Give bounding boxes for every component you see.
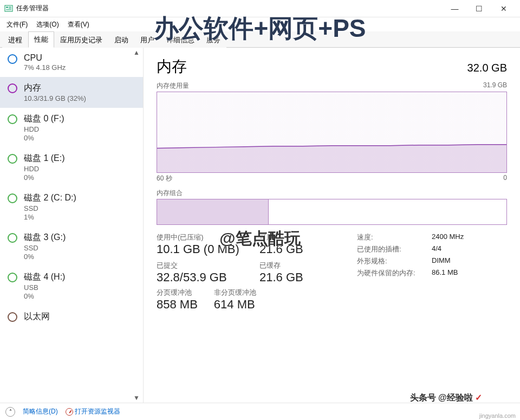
menu-options[interactable]: 选项(O) xyxy=(33,19,62,30)
svg-rect-4 xyxy=(6,9,11,10)
sidebar-item-cpu[interactable]: CPU 7% 4.18 GHz xyxy=(0,48,143,77)
sidebar-mem-title: 内存 xyxy=(24,82,135,94)
sidebar-eth-title: 以太网 xyxy=(24,311,135,322)
stat-paged-value: 858 MB xyxy=(157,298,198,312)
sidebar-item-ethernet[interactable]: 以太网 xyxy=(0,306,143,328)
sidebar-disk0-pct: 0% xyxy=(24,134,135,142)
stat-commit-label: 已提交 xyxy=(157,261,259,270)
speed-label: 速度: xyxy=(357,232,422,242)
stat-avail-value: 21.6 GB xyxy=(259,242,341,256)
gauge-icon xyxy=(66,408,73,416)
disk-icon xyxy=(8,273,17,282)
memory-icon xyxy=(8,83,17,93)
axis-right: 0 xyxy=(503,174,507,183)
stat-cached-value: 21.6 GB xyxy=(259,270,341,285)
stat-cached: 已缓存 21.6 GB xyxy=(259,261,341,285)
axis-left: 60 秒 xyxy=(157,174,172,183)
stat-paged: 分页缓冲池 858 MB xyxy=(157,288,198,312)
content: ▲ CPU 7% 4.18 GHz 内存 10.3/31.9 GB (32%) … xyxy=(0,48,520,403)
minimize-button[interactable]: ― xyxy=(443,1,467,17)
sidebar-disk3-type: SSD xyxy=(24,244,135,252)
memory-total: 32.0 GB xyxy=(467,62,507,74)
form-value: DIMM xyxy=(432,256,451,266)
sidebar-disk1-pct: 0% xyxy=(24,173,135,182)
tab-services[interactable]: 服务 xyxy=(200,32,226,48)
sidebar-disk3-pct: 0% xyxy=(24,253,135,261)
sidebar-disk2-title: 磁盘 2 (C: D:) xyxy=(24,192,135,204)
ethernet-icon xyxy=(8,312,17,322)
sidebar-item-disk4[interactable]: 磁盘 4 (H:) USB 0% xyxy=(0,266,143,306)
stat-available: 可用 21.6 GB xyxy=(259,232,341,256)
sidebar-disk3-title: 磁盘 3 (G:) xyxy=(24,232,135,243)
maximize-button[interactable]: ☐ xyxy=(467,1,491,17)
sidebar-disk2-type: SSD xyxy=(24,204,135,212)
sidebar-disk1-title: 磁盘 1 (E:) xyxy=(24,153,135,164)
svg-rect-2 xyxy=(9,7,11,8)
sidebar-disk0-title: 磁盘 0 (F:) xyxy=(24,113,135,125)
svg-rect-3 xyxy=(9,8,11,9)
chevron-up-icon[interactable]: ˄ xyxy=(5,407,15,417)
stat-nonpaged: 非分页缓冲池 614 MB xyxy=(214,288,256,312)
speed-value: 2400 MHz xyxy=(432,232,464,242)
stat-paged-label: 分页缓冲池 xyxy=(157,288,198,298)
slots-value: 4/4 xyxy=(432,244,441,254)
tab-app-history[interactable]: 应用历史记录 xyxy=(54,32,108,48)
menubar: 文件(F) 选项(O) 查看(V) xyxy=(0,17,520,31)
tab-details[interactable]: 详细信息 xyxy=(160,32,200,48)
stats-right: 速度:2400 MHz 已使用的插槽:4/4 外形规格:DIMM 为硬件保留的内… xyxy=(357,232,464,285)
disk-icon xyxy=(8,154,17,164)
statusbar: ˄ 简略信息(D) 打开资源监视器 xyxy=(0,403,520,420)
sidebar-disk0-type: HDD xyxy=(24,125,135,133)
hwres-value: 86.1 MB xyxy=(432,268,458,278)
cpu-icon xyxy=(8,54,17,64)
tab-startup[interactable]: 启动 xyxy=(108,32,134,48)
sidebar-cpu-title: CPU xyxy=(24,53,135,63)
stat-in-use-value: 10.1 GB (0 MB) xyxy=(157,242,259,256)
sidebar-item-memory[interactable]: 内存 10.3/31.9 GB (32%) xyxy=(0,77,143,108)
sidebar-disk4-type: USB xyxy=(24,283,135,292)
tab-users[interactable]: 用户 xyxy=(134,32,160,48)
slots-label: 已使用的插槽: xyxy=(357,244,422,254)
svg-rect-1 xyxy=(6,7,8,8)
main-panel: 内存 32.0 GB 内存使用量 31.9 GB 60 秒 0 内存组合 使用中… xyxy=(144,48,520,403)
memory-usage-graph[interactable] xyxy=(157,92,507,173)
sidebar-cpu-sub: 7% 4.18 GHz xyxy=(24,63,135,72)
usage-max: 31.9 GB xyxy=(483,81,507,91)
page-title: 内存 xyxy=(157,56,187,77)
sidebar-disk4-pct: 0% xyxy=(24,292,135,300)
sidebar-item-disk0[interactable]: 磁盘 0 (F:) HDD 0% xyxy=(0,108,143,147)
sidebar-disk1-type: HDD xyxy=(24,165,135,173)
tab-performance[interactable]: 性能 xyxy=(28,31,54,48)
titlebar: 任务管理器 ― ☐ ✕ xyxy=(0,0,520,17)
disk-icon xyxy=(8,114,17,124)
stat-in-use-label: 使用中(已压缩) xyxy=(157,232,259,242)
form-label: 外形规格: xyxy=(357,256,422,266)
fewer-details-link[interactable]: 简略信息(D) xyxy=(23,407,58,416)
stat-cached-label: 已缓存 xyxy=(259,261,341,270)
stat-nonpaged-value: 614 MB xyxy=(214,298,256,312)
sidebar-item-disk1[interactable]: 磁盘 1 (E:) HDD 0% xyxy=(0,147,143,187)
disk-icon xyxy=(8,193,17,203)
sidebar: ▲ CPU 7% 4.18 GHz 内存 10.3/31.9 GB (32%) … xyxy=(0,48,144,403)
sidebar-item-disk2[interactable]: 磁盘 2 (C: D:) SSD 1% xyxy=(0,187,143,227)
window-title: 任务管理器 xyxy=(16,4,49,13)
stat-committed: 已提交 32.8/53.9 GB xyxy=(157,261,259,285)
sidebar-scroll-down[interactable]: ▼ xyxy=(131,394,142,402)
memory-composition-bar[interactable] xyxy=(157,199,507,225)
composition-used xyxy=(157,199,269,224)
composition-label: 内存组合 xyxy=(157,189,507,198)
stat-commit-value: 32.8/53.9 GB xyxy=(157,270,259,285)
sidebar-item-disk3[interactable]: 磁盘 3 (G:) SSD 0% xyxy=(0,227,143,266)
tab-processes[interactable]: 进程 xyxy=(2,32,28,48)
sidebar-disk4-title: 磁盘 4 (H:) xyxy=(24,272,135,283)
sidebar-mem-sub: 10.3/31.9 GB (32%) xyxy=(24,94,135,102)
open-resmon-link[interactable]: 打开资源监视器 xyxy=(75,408,120,415)
menu-file[interactable]: 文件(F) xyxy=(3,19,31,30)
app-icon xyxy=(4,4,13,13)
sidebar-disk2-pct: 1% xyxy=(24,213,135,221)
menu-view[interactable]: 查看(V) xyxy=(64,19,93,30)
stat-in-use: 使用中(已压缩) 10.1 GB (0 MB) xyxy=(157,232,259,256)
usage-label: 内存使用量 xyxy=(157,81,189,91)
stat-avail-label: 可用 xyxy=(259,232,341,242)
close-button[interactable]: ✕ xyxy=(491,1,516,17)
